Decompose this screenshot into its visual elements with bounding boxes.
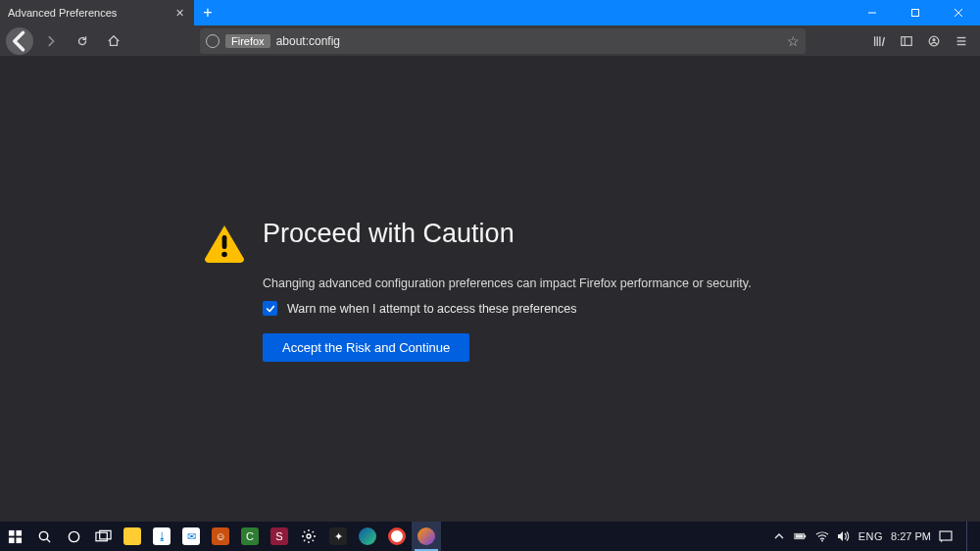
identity-firefox-icon [206,34,220,48]
svg-rect-27 [940,531,952,540]
svg-point-12 [221,252,227,258]
cortana-icon[interactable] [59,522,88,551]
system-tray: ENG 8:27 PM [772,522,976,551]
taskbar-app-store[interactable]: ⭳ [147,522,176,551]
tray-clock[interactable]: 8:27 PM [891,530,931,542]
taskbar-app-settings[interactable] [294,522,323,551]
tab-active[interactable]: Advanced Preferences ✕ [0,0,194,25]
taskbar-app-firefox[interactable] [412,522,441,551]
identity-label: Firefox [225,34,270,48]
taskbar-search-icon[interactable] [29,522,59,551]
app-menu-button[interactable] [949,27,974,55]
svg-rect-13 [8,529,14,535]
warn-checkbox[interactable] [263,301,277,316]
action-center-icon[interactable] [939,529,953,543]
window-controls [851,0,980,25]
window-minimize-button[interactable] [851,0,894,25]
page-viewport: Proceed with Caution Changing advanced c… [0,57,980,522]
task-view-icon[interactable] [88,522,118,551]
windows-taskbar: ⭳ ✉ ☺ C S ✦ ENG 8:27 PM [0,522,980,551]
reload-button[interactable] [69,27,96,55]
tab-title: Advanced Preferences [8,7,167,19]
taskbar-app-generic-1[interactable]: ☺ [206,522,235,551]
svg-rect-11 [222,235,227,249]
svg-point-26 [821,540,823,542]
svg-rect-1 [912,10,919,17]
toolbar-right [866,27,974,55]
tray-overflow-icon[interactable] [772,529,786,543]
svg-rect-15 [8,537,14,543]
svg-point-22 [307,534,311,538]
titlebar-drag-region[interactable] [221,0,851,25]
taskbar-app-edge[interactable] [353,522,382,551]
browser-titlebar: Advanced Preferences ✕ + [0,0,980,25]
library-button[interactable] [866,27,892,55]
page-heading: Proceed with Caution [263,219,514,249]
svg-point-7 [932,38,935,41]
taskbar-left: ⭳ ✉ ☺ C S ✦ [0,522,441,551]
tray-volume-icon[interactable] [837,529,851,543]
taskbar-app-mail[interactable]: ✉ [176,522,206,551]
tray-wifi-icon[interactable] [815,529,829,543]
tray-language[interactable]: ENG [858,530,883,542]
navigation-toolbar: Firefox about:config ☆ [0,25,980,57]
account-button[interactable] [921,27,947,55]
accept-risk-button[interactable]: Accept the Risk and Continue [263,333,469,362]
svg-rect-14 [16,529,22,535]
warn-checkbox-row[interactable]: Warn me when I attempt to access these p… [263,301,577,316]
home-button[interactable] [100,27,127,55]
back-button[interactable] [6,27,33,55]
url-address: about:config [276,34,781,48]
show-desktop-button[interactable] [966,522,970,551]
start-button[interactable] [0,522,29,551]
svg-rect-25 [795,534,803,538]
svg-rect-4 [902,36,912,45]
taskbar-app-generic-2[interactable]: S [265,522,294,551]
bookmark-star-icon[interactable]: ☆ [787,33,800,49]
svg-point-17 [39,531,47,539]
warn-checkbox-label: Warn me when I attempt to access these p… [287,302,577,316]
forward-button[interactable] [37,27,65,55]
taskbar-app-chrome[interactable] [382,522,412,551]
url-bar[interactable]: Firefox about:config ☆ [200,28,806,54]
taskbar-app-sharex[interactable]: ✦ [323,522,353,551]
svg-point-19 [69,531,78,541]
svg-rect-24 [805,535,806,538]
page-description: Changing advanced configuration preferen… [263,276,752,290]
svg-line-18 [46,538,49,541]
sidebar-button[interactable] [894,27,919,55]
window-maximize-button[interactable] [894,0,937,25]
warning-icon [203,224,246,267]
tray-battery-icon[interactable] [794,529,808,543]
taskbar-app-explorer[interactable] [118,522,147,551]
window-close-button[interactable] [937,0,980,25]
svg-rect-16 [16,537,22,543]
new-tab-button[interactable]: + [194,0,221,25]
tab-close-icon[interactable]: ✕ [172,6,186,20]
taskbar-app-camtasia[interactable]: C [235,522,265,551]
